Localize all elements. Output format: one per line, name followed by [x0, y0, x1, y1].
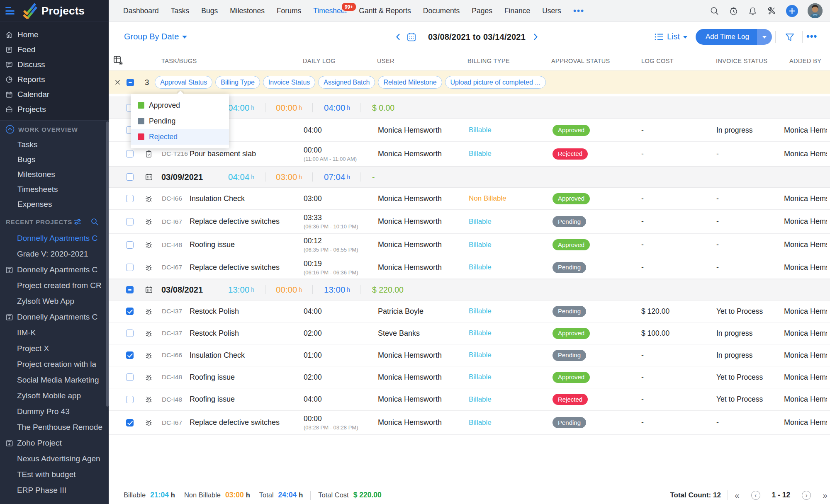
prev-page-button[interactable]: ‹ [751, 491, 760, 500]
sidebar-item-calendar[interactable]: Calendar [0, 87, 109, 102]
row-checkbox[interactable] [126, 373, 134, 381]
row-checkbox[interactable] [126, 218, 134, 225]
tools-icon[interactable] [767, 6, 776, 16]
row-checkbox[interactable] [126, 264, 134, 271]
filter-funnel-icon[interactable] [785, 32, 795, 42]
timesheet-row[interactable]: DC-I48Roofing issue02:00Monica Hemsworth… [109, 366, 830, 388]
view-switcher[interactable]: List [655, 32, 687, 41]
calendar-picker-icon[interactable] [406, 32, 416, 42]
item-name[interactable]: Insulation Check [190, 344, 245, 366]
column-header-invoice-status[interactable]: INVOICE STATUS [716, 58, 767, 64]
timesheet-row[interactable]: DC-I67Replace defective switches03:33(06… [109, 210, 830, 234]
sidebar-project-item[interactable]: Project creation with la [0, 356, 109, 372]
sidebar-item-discuss[interactable]: Discuss [0, 57, 109, 72]
timesheet-row[interactable]: DC-I67Replace defective switches00:00(03… [109, 411, 830, 435]
sidebar-project-item[interactable]: Nexus Advertising Agen [0, 451, 109, 467]
sidebar-item-bugs[interactable]: Bugs [0, 152, 109, 167]
search-icon[interactable] [710, 6, 719, 16]
next-week-button[interactable] [531, 33, 540, 41]
tab-tasks[interactable]: Tasks [171, 7, 190, 15]
group-by-dropdown[interactable]: Group By Date [124, 32, 187, 41]
sidebar-item-feed[interactable]: Feed [0, 42, 109, 57]
close-filter-icon[interactable] [115, 80, 120, 85]
item-name[interactable]: Replace defective switches [190, 210, 280, 233]
item-name[interactable]: Roofing issue [190, 234, 235, 256]
sidebar-project-item[interactable]: The Penthouse Remode [0, 419, 109, 435]
column-header-billing-type[interactable]: BILLING TYPE [467, 58, 510, 64]
tab-gantt-reports[interactable]: Gantt & Reports [359, 7, 411, 15]
timer-icon[interactable] [729, 6, 738, 16]
tab-bugs[interactable]: Bugs [201, 7, 218, 15]
timesheet-row[interactable]: DC-I66Insulation Check01:00Monica Hemswo… [109, 344, 830, 366]
tab-milestones[interactable]: Milestones [230, 7, 265, 15]
sidebar-item-tasks[interactable]: Tasks [0, 137, 109, 152]
add-time-log-button[interactable]: Add Time Log [696, 29, 772, 45]
sidebar-item-home[interactable]: Home [0, 27, 109, 42]
prev-week-button[interactable] [394, 33, 402, 41]
project-search-icon[interactable] [90, 218, 99, 226]
column-header-approval-status[interactable]: APPROVAL STATUS [551, 58, 610, 64]
sidebar-project-item[interactable]: Zylsoft Web App [0, 293, 109, 309]
sidebar-project-item[interactable]: Social Media Marketing [0, 372, 109, 388]
filter-chip-billing-type[interactable]: Billing Type [215, 76, 260, 89]
row-checkbox[interactable] [126, 396, 134, 403]
item-name[interactable]: Replace defective switches [190, 411, 280, 434]
filter-chip-upload-picture-of-completed-[interactable]: Upload picture of completed ... [445, 76, 546, 89]
tab-forums[interactable]: Forums [277, 7, 301, 15]
sidebar-project-item[interactable]: IIM-K [0, 325, 109, 341]
tab-pages[interactable]: Pages [472, 7, 492, 15]
hamburger-menu-icon[interactable] [5, 7, 16, 15]
dropdown-option-pending[interactable]: Pending [131, 113, 229, 129]
column-header-log-cost[interactable]: LOG COST [641, 58, 674, 64]
sidebar-item-reports[interactable]: Reports [0, 72, 109, 87]
sidebar-item-milestones[interactable]: Milestones [0, 167, 109, 182]
row-checkbox[interactable] [126, 286, 134, 293]
first-page-button[interactable]: « [735, 491, 740, 499]
item-name[interactable]: Restock Polish [190, 322, 239, 344]
timesheet-row[interactable]: DC-I67Replace defective switches00:19(06… [109, 256, 830, 279]
row-checkbox[interactable] [126, 330, 134, 337]
row-checkbox[interactable] [126, 419, 134, 426]
sidebar-project-item[interactable]: Dummy Pro 43 [0, 404, 109, 419]
work-overview-section[interactable]: WORK OVERVIEW [0, 121, 109, 137]
item-name[interactable]: Restock Polish [190, 300, 239, 322]
tab-dashboard[interactable]: Dashboard [123, 7, 159, 15]
column-header-added-by[interactable]: ADDED BY [789, 58, 821, 64]
column-header-user[interactable]: USER [377, 58, 394, 64]
sidebar-item-projects[interactable]: Projects [0, 102, 109, 117]
filter-chip-assigned-batch[interactable]: Assigned Batch [318, 76, 375, 89]
tab-finance[interactable]: Finance [504, 7, 530, 15]
row-checkbox[interactable] [126, 241, 134, 249]
item-name[interactable]: Replace defective switches [190, 256, 280, 279]
sidebar-project-item[interactable]: Zoho Project [0, 435, 109, 451]
filter-chip-invoice-status[interactable]: Invoice Status [263, 76, 316, 89]
avatar[interactable] [808, 3, 823, 18]
tab-timesheet[interactable]: Timesheet99+ [313, 7, 347, 15]
sidebar-project-item[interactable]: Donnelly Apartments C [0, 262, 109, 278]
nav-more-icon[interactable]: ••• [573, 9, 584, 13]
sidebar-project-item[interactable]: TEst with budget [0, 467, 109, 482]
row-checkbox[interactable] [126, 351, 134, 359]
column-header-daily-log[interactable]: DAILY LOG [303, 58, 336, 64]
sidebar-project-item[interactable]: Zylsoft Mobile app [0, 388, 109, 404]
dropdown-option-approved[interactable]: Approved [131, 97, 229, 113]
timesheet-row[interactable]: DC-I37Restock Polish04:00Patricia BoyleB… [109, 300, 830, 322]
filter-chip-related-milestone[interactable]: Related Milestone [378, 76, 442, 89]
column-settings-icon[interactable] [113, 55, 124, 66]
timesheet-row[interactable]: DC-I66Insulation Check03:00Monica Hemswo… [109, 188, 830, 210]
item-name[interactable]: Roofing issue [190, 366, 235, 388]
sidebar-item-timesheets[interactable]: Timesheets [0, 182, 109, 197]
tab-users[interactable]: Users [542, 7, 561, 15]
timesheet-row[interactable]: DC-I48Roofing issue00:12(06:35 PM - 06:5… [109, 234, 830, 256]
filter-chip-approval-status[interactable]: Approval Status [155, 76, 212, 89]
filter-sliders-icon[interactable] [73, 218, 82, 226]
sidebar-project-item[interactable]: Project X [0, 341, 109, 356]
row-checkbox[interactable] [126, 173, 134, 181]
timesheet-row[interactable]: DC-I48Roofing issue04:00Monica Hemsworth… [109, 388, 830, 411]
select-all-checkbox[interactable] [127, 79, 134, 86]
last-page-button[interactable]: » [823, 491, 828, 499]
item-name[interactable]: Roofing issue [190, 388, 235, 410]
date-range-label[interactable]: 03/08/2021 to 03/14/2021 [428, 32, 526, 42]
sidebar-scrollbar[interactable] [106, 121, 109, 407]
sidebar-item-expenses[interactable]: Expenses [0, 197, 109, 212]
